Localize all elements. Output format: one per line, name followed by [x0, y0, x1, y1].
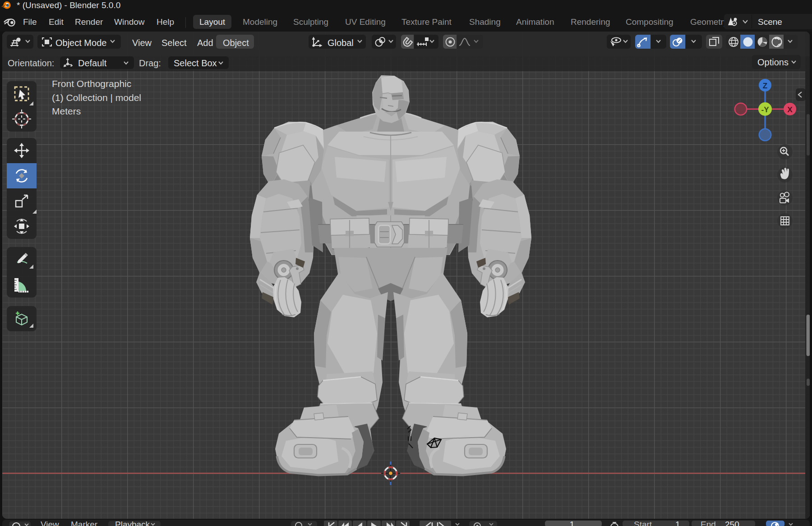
svg-text:1: 1 — [570, 520, 575, 526]
svg-text:Z: Z — [763, 82, 767, 90]
svg-text:1: 1 — [675, 520, 680, 526]
svg-text:End: End — [701, 520, 716, 526]
svg-text:Playback: Playback — [115, 520, 150, 526]
svg-text:Marker: Marker — [71, 520, 98, 526]
svg-text:-Y: -Y — [761, 105, 770, 114]
svg-text:View: View — [41, 520, 59, 526]
svg-text:Start: Start — [634, 520, 652, 526]
svg-text:X: X — [787, 105, 793, 114]
svg-text:250: 250 — [725, 520, 739, 526]
